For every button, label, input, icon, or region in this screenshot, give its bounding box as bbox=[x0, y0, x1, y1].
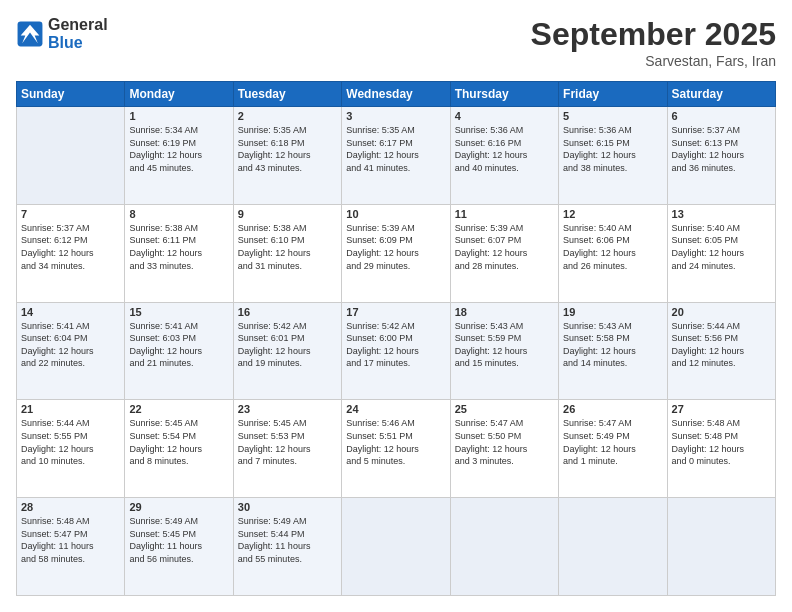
day-info: Sunrise: 5:40 AM Sunset: 6:06 PM Dayligh… bbox=[563, 222, 662, 272]
table-row: 22Sunrise: 5:45 AM Sunset: 5:54 PM Dayli… bbox=[125, 400, 233, 498]
table-row bbox=[450, 498, 558, 596]
table-row: 1Sunrise: 5:34 AM Sunset: 6:19 PM Daylig… bbox=[125, 107, 233, 205]
table-row: 19Sunrise: 5:43 AM Sunset: 5:58 PM Dayli… bbox=[559, 302, 667, 400]
day-number: 6 bbox=[672, 110, 771, 122]
day-info: Sunrise: 5:35 AM Sunset: 6:17 PM Dayligh… bbox=[346, 124, 445, 174]
day-number: 17 bbox=[346, 306, 445, 318]
table-row: 20Sunrise: 5:44 AM Sunset: 5:56 PM Dayli… bbox=[667, 302, 775, 400]
day-info: Sunrise: 5:37 AM Sunset: 6:12 PM Dayligh… bbox=[21, 222, 120, 272]
day-info: Sunrise: 5:45 AM Sunset: 5:53 PM Dayligh… bbox=[238, 417, 337, 467]
day-info: Sunrise: 5:38 AM Sunset: 6:10 PM Dayligh… bbox=[238, 222, 337, 272]
day-number: 25 bbox=[455, 403, 554, 415]
col-tuesday: Tuesday bbox=[233, 82, 341, 107]
day-number: 2 bbox=[238, 110, 337, 122]
day-info: Sunrise: 5:35 AM Sunset: 6:18 PM Dayligh… bbox=[238, 124, 337, 174]
day-info: Sunrise: 5:42 AM Sunset: 6:00 PM Dayligh… bbox=[346, 320, 445, 370]
day-info: Sunrise: 5:43 AM Sunset: 5:59 PM Dayligh… bbox=[455, 320, 554, 370]
day-number: 10 bbox=[346, 208, 445, 220]
calendar-table: Sunday Monday Tuesday Wednesday Thursday… bbox=[16, 81, 776, 596]
day-number: 7 bbox=[21, 208, 120, 220]
logo-text: General Blue bbox=[48, 16, 108, 51]
day-info: Sunrise: 5:40 AM Sunset: 6:05 PM Dayligh… bbox=[672, 222, 771, 272]
day-info: Sunrise: 5:44 AM Sunset: 5:56 PM Dayligh… bbox=[672, 320, 771, 370]
table-row: 28Sunrise: 5:48 AM Sunset: 5:47 PM Dayli… bbox=[17, 498, 125, 596]
day-number: 9 bbox=[238, 208, 337, 220]
col-sunday: Sunday bbox=[17, 82, 125, 107]
table-row bbox=[342, 498, 450, 596]
day-number: 11 bbox=[455, 208, 554, 220]
day-info: Sunrise: 5:44 AM Sunset: 5:55 PM Dayligh… bbox=[21, 417, 120, 467]
calendar-week-row: 7Sunrise: 5:37 AM Sunset: 6:12 PM Daylig… bbox=[17, 204, 776, 302]
day-number: 4 bbox=[455, 110, 554, 122]
day-info: Sunrise: 5:48 AM Sunset: 5:48 PM Dayligh… bbox=[672, 417, 771, 467]
table-row: 25Sunrise: 5:47 AM Sunset: 5:50 PM Dayli… bbox=[450, 400, 558, 498]
day-info: Sunrise: 5:48 AM Sunset: 5:47 PM Dayligh… bbox=[21, 515, 120, 565]
day-info: Sunrise: 5:38 AM Sunset: 6:11 PM Dayligh… bbox=[129, 222, 228, 272]
day-number: 8 bbox=[129, 208, 228, 220]
table-row: 2Sunrise: 5:35 AM Sunset: 6:18 PM Daylig… bbox=[233, 107, 341, 205]
table-row: 5Sunrise: 5:36 AM Sunset: 6:15 PM Daylig… bbox=[559, 107, 667, 205]
day-info: Sunrise: 5:37 AM Sunset: 6:13 PM Dayligh… bbox=[672, 124, 771, 174]
day-number: 29 bbox=[129, 501, 228, 513]
col-friday: Friday bbox=[559, 82, 667, 107]
table-row bbox=[17, 107, 125, 205]
day-number: 14 bbox=[21, 306, 120, 318]
day-info: Sunrise: 5:34 AM Sunset: 6:19 PM Dayligh… bbox=[129, 124, 228, 174]
calendar-week-row: 14Sunrise: 5:41 AM Sunset: 6:04 PM Dayli… bbox=[17, 302, 776, 400]
day-info: Sunrise: 5:36 AM Sunset: 6:16 PM Dayligh… bbox=[455, 124, 554, 174]
table-row: 24Sunrise: 5:46 AM Sunset: 5:51 PM Dayli… bbox=[342, 400, 450, 498]
day-number: 13 bbox=[672, 208, 771, 220]
title-block: September 2025 Sarvestan, Fars, Iran bbox=[531, 16, 776, 69]
day-info: Sunrise: 5:36 AM Sunset: 6:15 PM Dayligh… bbox=[563, 124, 662, 174]
table-row: 15Sunrise: 5:41 AM Sunset: 6:03 PM Dayli… bbox=[125, 302, 233, 400]
table-row: 17Sunrise: 5:42 AM Sunset: 6:00 PM Dayli… bbox=[342, 302, 450, 400]
day-number: 27 bbox=[672, 403, 771, 415]
table-row: 8Sunrise: 5:38 AM Sunset: 6:11 PM Daylig… bbox=[125, 204, 233, 302]
day-info: Sunrise: 5:47 AM Sunset: 5:49 PM Dayligh… bbox=[563, 417, 662, 467]
table-row: 16Sunrise: 5:42 AM Sunset: 6:01 PM Dayli… bbox=[233, 302, 341, 400]
day-number: 21 bbox=[21, 403, 120, 415]
header: General Blue September 2025 Sarvestan, F… bbox=[16, 16, 776, 69]
day-number: 1 bbox=[129, 110, 228, 122]
table-row: 26Sunrise: 5:47 AM Sunset: 5:49 PM Dayli… bbox=[559, 400, 667, 498]
table-row: 21Sunrise: 5:44 AM Sunset: 5:55 PM Dayli… bbox=[17, 400, 125, 498]
day-number: 15 bbox=[129, 306, 228, 318]
table-row: 12Sunrise: 5:40 AM Sunset: 6:06 PM Dayli… bbox=[559, 204, 667, 302]
calendar-week-row: 21Sunrise: 5:44 AM Sunset: 5:55 PM Dayli… bbox=[17, 400, 776, 498]
day-number: 24 bbox=[346, 403, 445, 415]
table-row: 13Sunrise: 5:40 AM Sunset: 6:05 PM Dayli… bbox=[667, 204, 775, 302]
table-row: 14Sunrise: 5:41 AM Sunset: 6:04 PM Dayli… bbox=[17, 302, 125, 400]
day-number: 26 bbox=[563, 403, 662, 415]
day-info: Sunrise: 5:41 AM Sunset: 6:03 PM Dayligh… bbox=[129, 320, 228, 370]
day-info: Sunrise: 5:43 AM Sunset: 5:58 PM Dayligh… bbox=[563, 320, 662, 370]
day-number: 30 bbox=[238, 501, 337, 513]
table-row: 30Sunrise: 5:49 AM Sunset: 5:44 PM Dayli… bbox=[233, 498, 341, 596]
day-number: 3 bbox=[346, 110, 445, 122]
logo-icon bbox=[16, 20, 44, 48]
calendar-header-row: Sunday Monday Tuesday Wednesday Thursday… bbox=[17, 82, 776, 107]
day-number: 16 bbox=[238, 306, 337, 318]
calendar-week-row: 1Sunrise: 5:34 AM Sunset: 6:19 PM Daylig… bbox=[17, 107, 776, 205]
day-info: Sunrise: 5:49 AM Sunset: 5:44 PM Dayligh… bbox=[238, 515, 337, 565]
table-row: 3Sunrise: 5:35 AM Sunset: 6:17 PM Daylig… bbox=[342, 107, 450, 205]
day-number: 28 bbox=[21, 501, 120, 513]
day-info: Sunrise: 5:42 AM Sunset: 6:01 PM Dayligh… bbox=[238, 320, 337, 370]
col-monday: Monday bbox=[125, 82, 233, 107]
calendar-week-row: 28Sunrise: 5:48 AM Sunset: 5:47 PM Dayli… bbox=[17, 498, 776, 596]
table-row: 18Sunrise: 5:43 AM Sunset: 5:59 PM Dayli… bbox=[450, 302, 558, 400]
table-row: 7Sunrise: 5:37 AM Sunset: 6:12 PM Daylig… bbox=[17, 204, 125, 302]
table-row bbox=[559, 498, 667, 596]
col-thursday: Thursday bbox=[450, 82, 558, 107]
col-saturday: Saturday bbox=[667, 82, 775, 107]
location: Sarvestan, Fars, Iran bbox=[531, 53, 776, 69]
day-number: 19 bbox=[563, 306, 662, 318]
day-info: Sunrise: 5:45 AM Sunset: 5:54 PM Dayligh… bbox=[129, 417, 228, 467]
col-wednesday: Wednesday bbox=[342, 82, 450, 107]
day-info: Sunrise: 5:46 AM Sunset: 5:51 PM Dayligh… bbox=[346, 417, 445, 467]
table-row: 29Sunrise: 5:49 AM Sunset: 5:45 PM Dayli… bbox=[125, 498, 233, 596]
page: General Blue September 2025 Sarvestan, F… bbox=[0, 0, 792, 612]
day-info: Sunrise: 5:41 AM Sunset: 6:04 PM Dayligh… bbox=[21, 320, 120, 370]
day-number: 20 bbox=[672, 306, 771, 318]
table-row: 4Sunrise: 5:36 AM Sunset: 6:16 PM Daylig… bbox=[450, 107, 558, 205]
table-row: 10Sunrise: 5:39 AM Sunset: 6:09 PM Dayli… bbox=[342, 204, 450, 302]
